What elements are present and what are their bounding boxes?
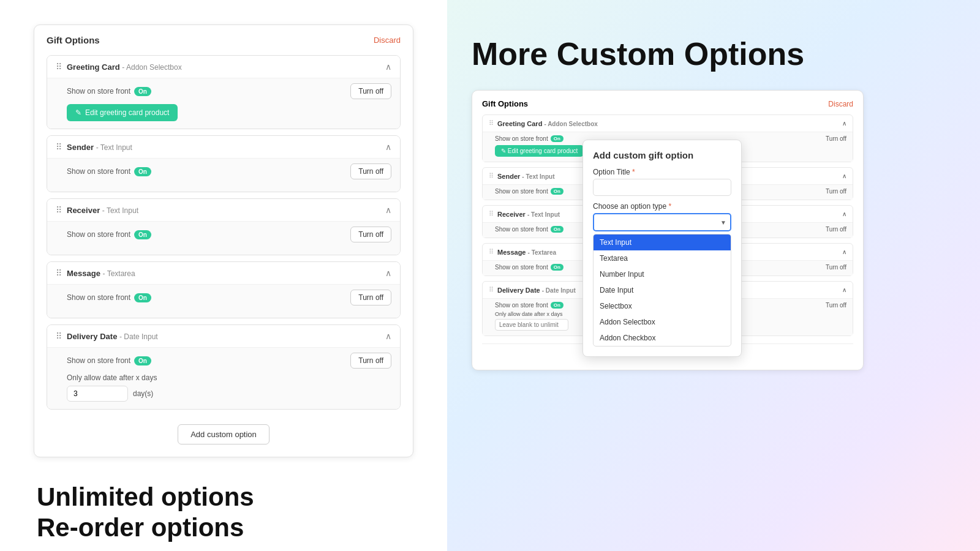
mini-date-input[interactable] <box>495 319 568 331</box>
edit-icon: ✎ <box>75 108 81 117</box>
option-type-receiver: - Text Input <box>102 206 138 215</box>
mini-edit-greeting[interactable]: ✎ Edit greeting card product <box>495 145 584 157</box>
option-title-greeting: Greeting Card - Addon Selectbox <box>67 62 182 72</box>
option-type-message: - Textarea <box>103 269 135 278</box>
dropdown-item-textarea[interactable]: Textarea <box>594 250 731 266</box>
mini-gift-options-card: Gift Options Discard ⠿ Greeting Card - A… <box>472 90 864 370</box>
custom-modal: Add custom gift option Option Title * Ch… <box>582 140 742 357</box>
option-header-sender: ⠿ Sender - Text Input ∧ <box>47 136 400 158</box>
option-header-greeting: ⠿ Greeting Card - Addon Selectbox ∧ <box>47 56 400 78</box>
chevron-delivery[interactable]: ∧ <box>385 331 391 341</box>
mini-discard[interactable]: Discard <box>828 100 853 108</box>
toggle-greeting: On <box>134 87 151 96</box>
option-title-sender: Sender - Text Input <box>67 143 132 152</box>
modal-select-wrapper: ▼ <box>593 213 731 231</box>
bottom-text: Unlimited options Re-order options <box>12 482 254 544</box>
option-body-greeting: Show on store front On Turn off ✎ Edit g… <box>47 78 400 129</box>
option-body-message: Show on store front On Turn off <box>47 284 400 318</box>
toggle-message: On <box>134 293 151 302</box>
right-title: More Custom Options <box>472 37 956 72</box>
mini-turn-off-message[interactable]: Turn off <box>826 264 846 271</box>
show-store-label-message: Show on store front On <box>67 293 151 302</box>
turn-off-greeting[interactable]: Turn off <box>350 83 391 99</box>
mini-turn-off-delivery[interactable]: Turn off <box>826 302 846 309</box>
dropdown-item-selectbox[interactable]: Selectbox <box>594 298 731 314</box>
option-row-sender: ⠿ Sender - Text Input ∧ Show on store fr… <box>47 135 401 192</box>
mini-chevron-receiver[interactable]: ∧ <box>842 211 846 217</box>
option-row-receiver: ⠿ Receiver - Text Input ∧ Show on store … <box>47 198 401 255</box>
dropdown-item-numberinput[interactable]: Number Input <box>594 266 731 282</box>
option-header-delivery: ⠿ Delivery Date - Date Input ∧ <box>47 325 400 347</box>
unlimited-options-text: Unlimited options <box>37 482 254 512</box>
drag-handle-delivery[interactable]: ⠿ <box>56 331 62 341</box>
discard-link[interactable]: Discard <box>374 36 401 45</box>
option-title-receiver: Receiver - Text Input <box>67 206 138 215</box>
drag-handle-receiver[interactable]: ⠿ <box>56 205 62 215</box>
option-body-delivery: Show on store front On Turn off Only all… <box>47 347 400 409</box>
dropdown-item-textinput[interactable]: Text Input <box>594 234 731 250</box>
drag-handle-sender[interactable]: ⠿ <box>56 142 62 152</box>
add-custom-btn[interactable]: Add custom option <box>178 424 270 444</box>
mini-turn-off-greeting[interactable]: Turn off <box>826 135 846 142</box>
option-header-message: ⠿ Message - Textarea ∧ <box>47 262 400 284</box>
mini-drag-greeting[interactable]: ⠿ <box>489 119 494 127</box>
date-input[interactable] <box>67 386 128 402</box>
date-label: Only allow date after x days <box>67 373 391 382</box>
edit-greeting-btn[interactable]: ✎ Edit greeting card product <box>67 104 178 121</box>
show-store-label-greeting: Show on store front On <box>67 87 151 96</box>
left-panel: Gift Options Discard ⠿ Greeting Card - A… <box>0 0 447 551</box>
toggle-sender: On <box>134 167 151 176</box>
turn-off-message[interactable]: Turn off <box>350 290 391 305</box>
mini-chevron-delivery[interactable]: ∧ <box>842 287 846 293</box>
turn-off-sender[interactable]: Turn off <box>350 163 391 179</box>
toggle-receiver: On <box>134 230 151 239</box>
mini-drag-sender[interactable]: ⠿ <box>489 172 494 180</box>
drag-handle-message[interactable]: ⠿ <box>56 268 62 278</box>
modal-option-type-label: Choose an option type * <box>593 202 731 211</box>
modal-title: Add custom gift option <box>593 150 731 160</box>
option-row-greeting: ⠿ Greeting Card - Addon Selectbox ∧ Show… <box>47 55 401 129</box>
card-title: Gift Options <box>47 35 100 45</box>
mini-chevron-greeting[interactable]: ∧ <box>842 120 846 127</box>
mini-chevron-sender[interactable]: ∧ <box>842 173 846 179</box>
option-title-message: Message - Textarea <box>67 269 135 278</box>
days-label: day(s) <box>133 389 153 398</box>
chevron-message[interactable]: ∧ <box>385 268 391 278</box>
date-extra: Only allow date after x days day(s) <box>67 373 391 402</box>
option-row-delivery: ⠿ Delivery Date - Date Input ∧ Show on s… <box>47 324 401 410</box>
mini-drag-receiver[interactable]: ⠿ <box>489 210 494 218</box>
option-type-sender: - Text Input <box>96 143 132 152</box>
option-body-sender: Show on store front On Turn off <box>47 158 400 192</box>
mini-chevron-message[interactable]: ∧ <box>842 249 846 255</box>
mini-turn-off-receiver[interactable]: Turn off <box>826 226 846 233</box>
dropdown-list: Text Input Textarea Number Input Date In… <box>593 234 731 347</box>
chevron-greeting[interactable]: ∧ <box>385 62 391 72</box>
mini-card-header: Gift Options Discard <box>482 99 853 108</box>
mini-drag-delivery[interactable]: ⠿ <box>489 286 494 294</box>
mini-turn-off-sender[interactable]: Turn off <box>826 188 846 195</box>
dropdown-item-dateinput[interactable]: Date Input <box>594 282 731 298</box>
reorder-options-text: Re-order options <box>37 512 254 543</box>
turn-off-receiver[interactable]: Turn off <box>350 227 391 242</box>
show-store-label-delivery: Show on store front On <box>67 356 151 365</box>
drag-handle-greeting[interactable]: ⠿ <box>56 62 62 72</box>
right-panel: More Custom Options Gift Options Discard… <box>447 0 980 551</box>
option-body-receiver: Show on store front On Turn off <box>47 221 400 255</box>
modal-type-select[interactable] <box>593 213 731 231</box>
option-header-receiver: ⠿ Receiver - Text Input ∧ <box>47 199 400 221</box>
mini-drag-message[interactable]: ⠿ <box>489 248 494 256</box>
turn-off-delivery[interactable]: Turn off <box>350 353 391 369</box>
option-type-delivery: - Date Input <box>119 332 158 341</box>
dropdown-item-addonselectbox[interactable]: Addon Selectbox <box>594 314 731 330</box>
chevron-sender[interactable]: ∧ <box>385 142 391 152</box>
option-row-message: ⠿ Message - Textarea ∧ Show on store fro… <box>47 261 401 318</box>
modal-option-title-input[interactable] <box>593 179 731 196</box>
option-title-delivery: Delivery Date - Date Input <box>67 332 158 341</box>
toggle-delivery: On <box>134 356 151 365</box>
option-type-greeting: - Addon Selectbox <box>122 63 181 72</box>
dropdown-item-addoncheckbox[interactable]: Addon Checkbox <box>594 330 731 346</box>
mini-card-title: Gift Options <box>482 99 528 108</box>
modal-option-title-label: Option Title * <box>593 168 731 176</box>
chevron-receiver[interactable]: ∧ <box>385 205 391 215</box>
card-header: Gift Options Discard <box>47 35 401 45</box>
